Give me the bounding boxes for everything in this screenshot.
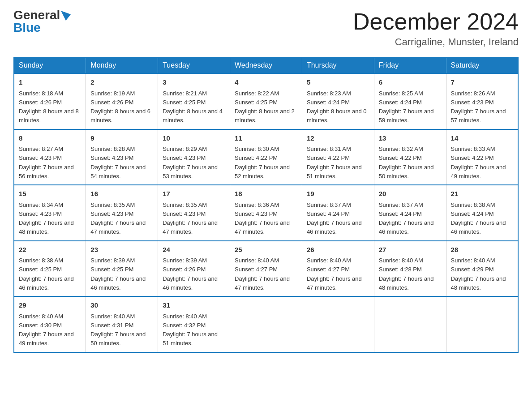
day-number: 23: [90, 245, 153, 255]
calendar-cell: 21Sunrise: 8:38 AMSunset: 4:24 PMDayligh…: [446, 185, 518, 241]
calendar-cell: 19Sunrise: 8:37 AMSunset: 4:24 PMDayligh…: [302, 185, 374, 241]
day-number: 15: [19, 189, 81, 199]
calendar-cell: 5Sunrise: 8:23 AMSunset: 4:24 PMDaylight…: [302, 73, 374, 129]
svg-marker-0: [61, 11, 71, 21]
calendar-cell: [446, 296, 518, 352]
calendar-cell: 16Sunrise: 8:35 AMSunset: 4:23 PMDayligh…: [86, 185, 158, 241]
day-number: 19: [307, 189, 369, 199]
week-row-4: 22Sunrise: 8:38 AMSunset: 4:25 PMDayligh…: [14, 241, 518, 297]
header-cell-monday: Monday: [86, 57, 158, 73]
day-number: 25: [235, 245, 297, 255]
calendar-cell: 14Sunrise: 8:33 AMSunset: 4:22 PMDayligh…: [446, 129, 518, 185]
day-number: 16: [90, 189, 153, 199]
day-info: Sunrise: 8:33 AMSunset: 4:22 PMDaylight:…: [451, 146, 506, 180]
day-info: Sunrise: 8:19 AMSunset: 4:26 PMDaylight:…: [90, 90, 150, 124]
calendar-cell: 4Sunrise: 8:22 AMSunset: 4:25 PMDaylight…: [230, 73, 302, 129]
day-info: Sunrise: 8:39 AMSunset: 4:25 PMDaylight:…: [90, 257, 146, 291]
calendar-cell: [302, 296, 374, 352]
calendar-cell: 8Sunrise: 8:27 AMSunset: 4:23 PMDaylight…: [14, 129, 86, 185]
header-cell-tuesday: Tuesday: [158, 57, 230, 73]
calendar-cell: 26Sunrise: 8:40 AMSunset: 4:27 PMDayligh…: [302, 241, 374, 297]
day-number: 30: [90, 300, 153, 311]
day-info: Sunrise: 8:25 AMSunset: 4:24 PMDaylight:…: [379, 90, 434, 124]
calendar-cell: 22Sunrise: 8:38 AMSunset: 4:25 PMDayligh…: [14, 241, 86, 297]
day-number: 28: [451, 245, 513, 255]
day-number: 18: [235, 189, 297, 199]
day-info: Sunrise: 8:28 AMSunset: 4:23 PMDaylight:…: [90, 146, 146, 180]
calendar-cell: 1Sunrise: 8:18 AMSunset: 4:26 PMDaylight…: [14, 73, 86, 129]
day-info: Sunrise: 8:40 AMSunset: 4:27 PMDaylight:…: [235, 257, 290, 291]
logo-blue-text: Blue: [13, 21, 41, 34]
calendar-cell: 15Sunrise: 8:34 AMSunset: 4:23 PMDayligh…: [14, 185, 86, 241]
calendar-cell: 7Sunrise: 8:26 AMSunset: 4:23 PMDaylight…: [446, 73, 518, 129]
day-info: Sunrise: 8:23 AMSunset: 4:24 PMDaylight:…: [307, 90, 367, 124]
day-info: Sunrise: 8:34 AMSunset: 4:23 PMDaylight:…: [19, 201, 74, 235]
calendar-cell: 13Sunrise: 8:32 AMSunset: 4:22 PMDayligh…: [374, 129, 446, 185]
calendar-cell: 30Sunrise: 8:40 AMSunset: 4:31 PMDayligh…: [86, 296, 158, 352]
day-info: Sunrise: 8:35 AMSunset: 4:23 PMDaylight:…: [90, 201, 146, 235]
day-info: Sunrise: 8:37 AMSunset: 4:24 PMDaylight:…: [307, 201, 362, 235]
day-info: Sunrise: 8:40 AMSunset: 4:32 PMDaylight:…: [163, 313, 218, 347]
day-number: 13: [379, 133, 442, 144]
day-info: Sunrise: 8:35 AMSunset: 4:23 PMDaylight:…: [163, 201, 218, 235]
day-info: Sunrise: 8:32 AMSunset: 4:22 PMDaylight:…: [379, 146, 434, 180]
header-cell-saturday: Saturday: [446, 57, 518, 73]
calendar-body: 1Sunrise: 8:18 AMSunset: 4:26 PMDaylight…: [14, 73, 518, 352]
day-number: 27: [379, 245, 442, 255]
day-info: Sunrise: 8:40 AMSunset: 4:28 PMDaylight:…: [379, 257, 434, 291]
day-number: 20: [379, 189, 442, 199]
day-number: 1: [19, 77, 81, 88]
day-info: Sunrise: 8:37 AMSunset: 4:24 PMDaylight:…: [379, 201, 434, 235]
day-info: Sunrise: 8:40 AMSunset: 4:29 PMDaylight:…: [451, 257, 506, 291]
day-info: Sunrise: 8:39 AMSunset: 4:26 PMDaylight:…: [163, 257, 218, 291]
day-info: Sunrise: 8:18 AMSunset: 4:26 PMDaylight:…: [19, 90, 79, 124]
day-number: 3: [163, 77, 225, 88]
day-number: 7: [451, 77, 513, 88]
location-subtitle: Carrigaline, Munster, Ireland: [353, 36, 519, 48]
calendar-cell: 3Sunrise: 8:21 AMSunset: 4:25 PMDaylight…: [158, 73, 230, 129]
header-cell-thursday: Thursday: [302, 57, 374, 73]
calendar-cell: [230, 296, 302, 352]
day-number: 4: [235, 77, 297, 88]
day-info: Sunrise: 8:21 AMSunset: 4:25 PMDaylight:…: [163, 90, 223, 124]
calendar-cell: 29Sunrise: 8:40 AMSunset: 4:30 PMDayligh…: [14, 296, 86, 352]
day-number: 31: [163, 300, 225, 311]
week-row-5: 29Sunrise: 8:40 AMSunset: 4:30 PMDayligh…: [14, 296, 518, 352]
day-info: Sunrise: 8:29 AMSunset: 4:23 PMDaylight:…: [163, 146, 218, 180]
page-header: General Blue December 2024 Carrigaline, …: [13, 9, 519, 48]
day-info: Sunrise: 8:40 AMSunset: 4:30 PMDaylight:…: [19, 313, 74, 347]
calendar-cell: [374, 296, 446, 352]
day-info: Sunrise: 8:36 AMSunset: 4:23 PMDaylight:…: [235, 201, 290, 235]
day-info: Sunrise: 8:22 AMSunset: 4:25 PMDaylight:…: [235, 90, 295, 124]
day-number: 29: [19, 300, 81, 311]
logo: General Blue: [13, 9, 71, 34]
header-cell-friday: Friday: [374, 57, 446, 73]
day-info: Sunrise: 8:27 AMSunset: 4:23 PMDaylight:…: [19, 146, 74, 180]
day-number: 21: [451, 189, 513, 199]
logo-general-text: General: [13, 9, 60, 21]
calendar-cell: 17Sunrise: 8:35 AMSunset: 4:23 PMDayligh…: [158, 185, 230, 241]
calendar-cell: 31Sunrise: 8:40 AMSunset: 4:32 PMDayligh…: [158, 296, 230, 352]
day-number: 10: [163, 133, 225, 144]
day-number: 12: [307, 133, 369, 144]
logo-arrow-icon: [61, 11, 71, 21]
calendar-cell: 20Sunrise: 8:37 AMSunset: 4:24 PMDayligh…: [374, 185, 446, 241]
calendar-cell: 25Sunrise: 8:40 AMSunset: 4:27 PMDayligh…: [230, 241, 302, 297]
day-number: 6: [379, 77, 442, 88]
day-info: Sunrise: 8:30 AMSunset: 4:22 PMDaylight:…: [235, 146, 290, 180]
calendar-cell: 28Sunrise: 8:40 AMSunset: 4:29 PMDayligh…: [446, 241, 518, 297]
day-info: Sunrise: 8:26 AMSunset: 4:23 PMDaylight:…: [451, 90, 506, 124]
month-title: December 2024: [353, 9, 519, 34]
week-row-3: 15Sunrise: 8:34 AMSunset: 4:23 PMDayligh…: [14, 185, 518, 241]
calendar-cell: 27Sunrise: 8:40 AMSunset: 4:28 PMDayligh…: [374, 241, 446, 297]
day-number: 2: [90, 77, 153, 88]
week-row-1: 1Sunrise: 8:18 AMSunset: 4:26 PMDaylight…: [14, 73, 518, 129]
day-number: 9: [90, 133, 153, 144]
day-number: 5: [307, 77, 369, 88]
calendar-cell: 23Sunrise: 8:39 AMSunset: 4:25 PMDayligh…: [86, 241, 158, 297]
day-number: 17: [163, 189, 225, 199]
week-row-2: 8Sunrise: 8:27 AMSunset: 4:23 PMDaylight…: [14, 129, 518, 185]
calendar-cell: 2Sunrise: 8:19 AMSunset: 4:26 PMDaylight…: [86, 73, 158, 129]
calendar-cell: 12Sunrise: 8:31 AMSunset: 4:22 PMDayligh…: [302, 129, 374, 185]
header-row: SundayMondayTuesdayWednesdayThursdayFrid…: [14, 57, 518, 73]
